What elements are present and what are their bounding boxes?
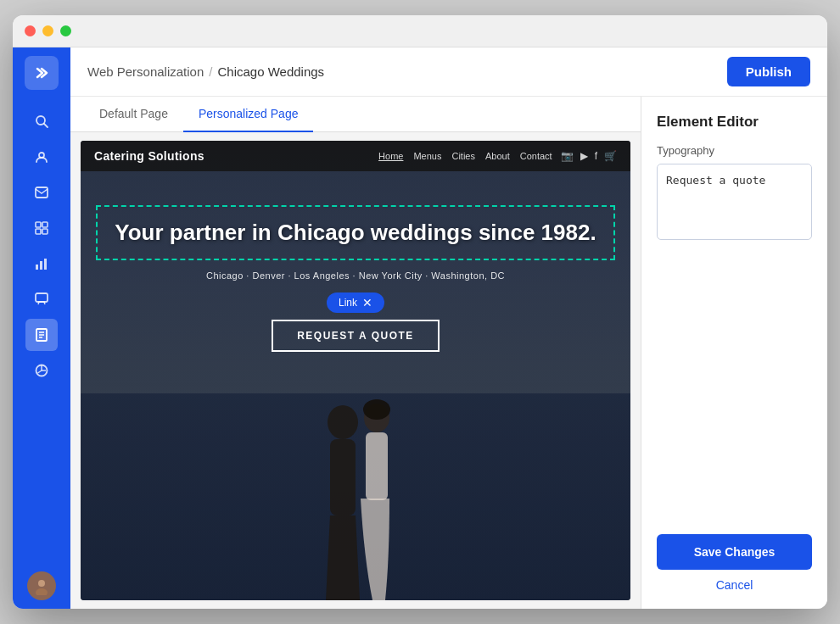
site-nav-links: Home Menus Cities About Contact <box>378 151 552 161</box>
app-window: Web Personalization / Chicago Weddings P… <box>13 15 827 609</box>
hero-content: Your partner in Chicago weddings since 1… <box>81 171 630 352</box>
site-brand-name: Catering Solutions <box>94 149 204 163</box>
svg-rect-23 <box>366 432 388 500</box>
website-frame: Catering Solutions Home Menus Cities Abo… <box>81 141 630 600</box>
sidebar-item-users[interactable] <box>25 141 58 173</box>
typography-label: Typography <box>657 144 812 157</box>
breadcrumb-parent[interactable]: Web Personalization <box>87 64 204 79</box>
sidebar <box>13 47 70 609</box>
tabs: Default Page Personalized Page <box>70 97 641 132</box>
panel-title: Element Editor <box>657 114 812 131</box>
breadcrumb: Web Personalization / Chicago Weddings <box>87 64 324 79</box>
link-bubble[interactable]: Link ✕ <box>327 292 384 313</box>
hero-cta-button[interactable]: REQUEST A QUOTE <box>272 320 440 352</box>
svg-point-17 <box>38 580 45 587</box>
page-preview: Default Page Personalized Page <box>70 97 641 609</box>
svg-rect-3 <box>36 187 48 198</box>
svg-rect-6 <box>36 229 41 234</box>
cancel-link[interactable]: Cancel <box>657 578 812 592</box>
sidebar-item-pages[interactable] <box>25 319 58 351</box>
site-nav-about[interactable]: About <box>485 151 510 161</box>
title-bar <box>13 15 827 47</box>
svg-rect-9 <box>40 261 42 270</box>
svg-point-19 <box>328 405 358 439</box>
link-bubble-close[interactable]: ✕ <box>362 297 372 309</box>
link-bubble-label: Link <box>339 297 357 309</box>
site-nav-home[interactable]: Home <box>378 151 403 161</box>
main-content: Web Personalization / Chicago Weddings P… <box>70 47 827 609</box>
svg-rect-7 <box>42 229 48 234</box>
site-nav-cities[interactable]: Cities <box>451 151 475 161</box>
content-area: Default Page Personalized Page <box>70 97 827 609</box>
facebook-icon[interactable]: f <box>595 150 597 162</box>
cart-icon[interactable]: 🛒 <box>604 150 617 162</box>
site-nav-social: 📷 ▶ f 🛒 <box>561 150 617 162</box>
sidebar-logo[interactable] <box>25 56 59 90</box>
minimize-button[interactable] <box>42 25 53 36</box>
couple-silhouette <box>279 371 432 600</box>
close-button[interactable] <box>25 25 36 36</box>
tab-personalized-page[interactable]: Personalized Page <box>183 97 314 132</box>
svg-rect-8 <box>36 265 38 270</box>
element-editor-panel: Element Editor Typography Request a quot… <box>641 97 827 609</box>
hero-cta-container: Link ✕ REQUEST A QUOTE <box>272 292 440 352</box>
svg-rect-5 <box>42 222 48 227</box>
top-bar: Web Personalization / Chicago Weddings P… <box>70 47 827 97</box>
svg-rect-11 <box>36 293 48 302</box>
svg-rect-4 <box>36 222 41 227</box>
app-body: Web Personalization / Chicago Weddings P… <box>13 47 827 609</box>
hero-selected-element[interactable]: Your partner in Chicago weddings since 1… <box>96 205 614 260</box>
sidebar-item-analytics[interactable] <box>25 248 58 280</box>
sidebar-item-messages[interactable] <box>25 283 58 315</box>
youtube-icon[interactable]: ▶ <box>580 150 588 162</box>
user-avatar[interactable] <box>27 571 56 600</box>
hero-title: Your partner in Chicago weddings since 1… <box>115 219 596 247</box>
svg-point-18 <box>36 588 48 595</box>
site-nav-contact[interactable]: Contact <box>520 151 552 161</box>
sidebar-item-reports[interactable] <box>25 354 58 387</box>
site-navbar: Catering Solutions Home Menus Cities Abo… <box>81 141 630 171</box>
breadcrumb-current: Chicago Weddings <box>217 64 324 79</box>
sidebar-item-grid[interactable] <box>25 212 58 244</box>
svg-rect-10 <box>44 259 47 270</box>
breadcrumb-separator: / <box>209 64 212 79</box>
sidebar-item-search[interactable] <box>25 105 58 137</box>
website-content: Catering Solutions Home Menus Cities Abo… <box>81 141 630 600</box>
hero-cities: Chicago · Denver · Los Angeles · New Yor… <box>206 270 505 281</box>
publish-button[interactable]: Publish <box>727 57 810 86</box>
maximize-button[interactable] <box>60 25 71 36</box>
typography-textarea[interactable]: Request a quote <box>657 164 812 240</box>
instagram-icon[interactable]: 📷 <box>561 150 574 162</box>
svg-rect-20 <box>330 439 356 515</box>
tab-default-page[interactable]: Default Page <box>84 97 183 132</box>
svg-point-22 <box>363 399 390 420</box>
svg-line-1 <box>44 124 48 127</box>
save-changes-button[interactable]: Save Changes <box>657 534 812 570</box>
site-nav-menus[interactable]: Menus <box>413 151 441 161</box>
sidebar-item-email[interactable] <box>25 176 58 209</box>
